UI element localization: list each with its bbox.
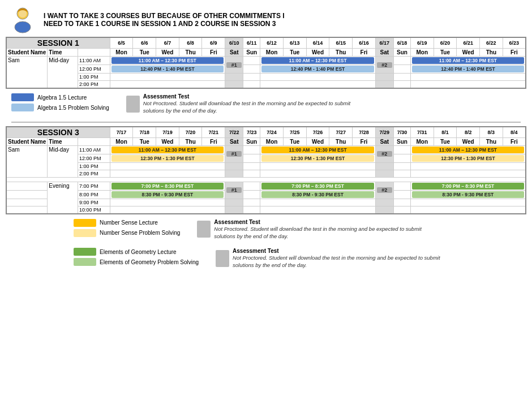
session3-table: SESSION 3 7/17 7/18 7/19 7/20 7/21 7/22 … <box>6 126 526 214</box>
s3-eve-legend-label1: Elements of Geometry Lecture <box>100 249 177 255</box>
s1-time-1100: 11:00 AM <box>78 57 110 65</box>
s1-time-1200: 12:00 PM <box>78 65 110 74</box>
s3-w1-eve-e2: 8:30 PM - 9:30 PM EST <box>110 190 225 199</box>
s3-student: Sam <box>6 145 48 177</box>
s3-w1-eve-e1: 7:00 PM – 8:30 PM EST <box>110 182 225 190</box>
s3-gap-row <box>6 177 526 182</box>
s1-w2-sat: #2 <box>375 57 393 74</box>
s3-midday-row-1200: 12:00 PM 12:30 PM - 1:30 PM EST 12:30 PM… <box>6 154 526 162</box>
s1-assessment-note: Not Proctored. Student will download the… <box>143 100 358 115</box>
svg-point-1 <box>15 21 31 33</box>
s3-evening-legend: Elements of Geometry Lecture Elements of… <box>6 244 526 273</box>
s3-eve-row-700: Evening 7:00 PM 7:00 PM – 8:30 PM EST #1… <box>6 182 526 190</box>
s3-w3-eve-e2: 8:30 PM - 9:30 PM EST <box>410 190 526 199</box>
s1-legend-label2: Algebra 1.5 Problem Solving <box>37 105 109 111</box>
s1-session-label: Mid-day <box>48 57 78 89</box>
s1-legend: Algebra 1.5 Lecture Algebra 1.5 Problem … <box>6 90 526 118</box>
s3-eve-row-800: 8:00 PM 8:30 PM - 9:30 PM EST 8:30 PM - … <box>6 190 526 199</box>
s3-midday-row-200: 2:00 PM <box>6 170 526 177</box>
divider <box>11 122 521 123</box>
s1-w2-event1: 11:00 AM – 12:30 PM EST <box>260 57 376 65</box>
session1-table: SESSION 1 6/5 6/6 6/7 6/8 6/9 6/10 6/11 … <box>6 37 526 89</box>
s1-legend-item2: Algebra 1.5 Problem Solving <box>11 104 109 111</box>
s3-w2-eve-sat: #2 <box>375 182 393 199</box>
s3-eve-row-1000: 10:00 PM <box>6 206 526 214</box>
s1-assessment-label: Assessment Test <box>143 93 358 100</box>
s3-col-student: Student Name <box>6 137 48 145</box>
svg-point-2 <box>19 10 27 18</box>
s3-w2-eve-e1: 7:00 PM – 8:30 PM EST <box>260 182 376 190</box>
s3-w2-sat: #2 <box>375 145 393 162</box>
s3-midday-row-1100: Sam Mid-day 11:00 AM 11:00 AM – 12:30 PM… <box>6 145 526 154</box>
s1-legend-item1: Algebra 1.5 Lecture <box>11 93 109 101</box>
s3-eve-assessment-note: Not Proctored. Student will download the… <box>233 254 448 269</box>
s1-legend-right: Assessment Test Not Proctored. Student w… <box>126 93 521 115</box>
s3-w2-eve-e2: 8:30 PM - 9:30 PM EST <box>260 190 376 199</box>
s1-assessment-color <box>126 96 140 113</box>
s1-w3-event1: 11:00 AM – 12:30 PM EST <box>410 57 526 65</box>
s3-eve-legend-label2: Elements of Geometry Problem Solving <box>100 259 199 265</box>
s1-assessment-legend: Assessment Test Not Proctored. Student w… <box>126 93 521 115</box>
date-65: 6/5 <box>110 37 133 49</box>
s3-midday-row-100: 1:00 PM <box>6 162 526 170</box>
s3-w3-mid-e1: 11:00 AM – 12:30 PM EST <box>410 145 526 154</box>
s1-row-200: 2:00 PM <box>6 81 526 89</box>
s3-mid-assessment-note: Not Proctored. Student will download the… <box>214 225 429 240</box>
s3-midday-legend: Number Sense Lecture Number Sense Proble… <box>6 216 526 244</box>
day-mon1: Mon <box>110 49 133 57</box>
header-text: I WANT TO TAKE 3 COURSES BUT BECAUSE OF … <box>44 12 285 28</box>
s1-row-1100: Sam Mid-day 11:00 AM 11:00 AM – 12:30 PM… <box>6 57 526 65</box>
s1-w2-event2: 12:40 PM - 1:40 PM EST <box>260 65 376 74</box>
s1-legend-color1 <box>11 93 34 101</box>
s1-legend-label1: Algebra 1.5 Lecture <box>37 94 87 101</box>
s3-mid-assessment-label: Assessment Test <box>214 219 429 225</box>
s1-w1-event1: 11:00 AM – 12:30 PM EST <box>110 57 225 65</box>
s1-legend-color2 <box>11 104 34 111</box>
s3-mid-legend-label2: Number Sense Problem Solving <box>100 230 180 236</box>
s3-w3-mid-e2: 12:30 PM - 1:30 PM EST <box>410 154 526 162</box>
s1-legend-left: Algebra 1.5 Lecture Algebra 1.5 Problem … <box>11 93 109 115</box>
s1-row-1200: 12:00 PM 12:40 PM - 1:40 PM EST 12:40 PM… <box>6 65 526 74</box>
main-container: SESSION 1 6/5 6/6 6/7 6/8 6/9 6/10 6/11 … <box>0 37 532 278</box>
s3-w2-mid-e2: 12:30 PM - 1:30 PM EST <box>260 154 376 162</box>
s1-w1-event2: 12:40 PM - 1:40 PM EST <box>110 65 225 74</box>
s3-w1-sat: #1 <box>225 145 243 162</box>
s1-time-200: 2:00 PM <box>78 81 110 89</box>
s1-student-name: Sam <box>6 57 48 89</box>
session1-title: SESSION 1 <box>6 37 110 49</box>
col-time: Time <box>48 49 78 57</box>
avatar-icon <box>8 6 37 34</box>
s3-w2-mid-e1: 11:00 AM – 12:30 PM EST <box>260 145 376 154</box>
session3-title: SESSION 3 <box>6 127 110 138</box>
s3-w1-eve-sat: #1 <box>225 182 243 199</box>
s3-eve-assessment-label: Assessment Test <box>233 248 448 254</box>
s3-eve-row-900: 9:00 PM <box>6 199 526 206</box>
s3-mid-legend-label1: Number Sense Lecture <box>100 219 158 226</box>
s3-w1-mid-e1: 11:00 AM – 12:30 PM EST <box>110 145 225 154</box>
s1-w1-sat: #1 <box>225 57 243 74</box>
s3-evening-label: Evening <box>48 182 78 214</box>
s1-w3-event2: 12:40 PM - 1:40 PM EST <box>410 65 526 74</box>
s1-time-100: 1:00 PM <box>78 74 110 81</box>
s1-row-100: 1:00 PM <box>6 74 526 81</box>
s3-midday-label: Mid-day <box>48 145 78 177</box>
col-student-name: Student Name <box>6 49 48 57</box>
s3-w1-mid-e2: 12:30 PM - 1:30 PM EST <box>110 154 225 162</box>
header-section: I WANT TO TAKE 3 COURSES BUT BECAUSE OF … <box>0 0 532 37</box>
s3-w3-eve-e1: 7:00 PM – 8:30 PM EST <box>410 182 526 190</box>
